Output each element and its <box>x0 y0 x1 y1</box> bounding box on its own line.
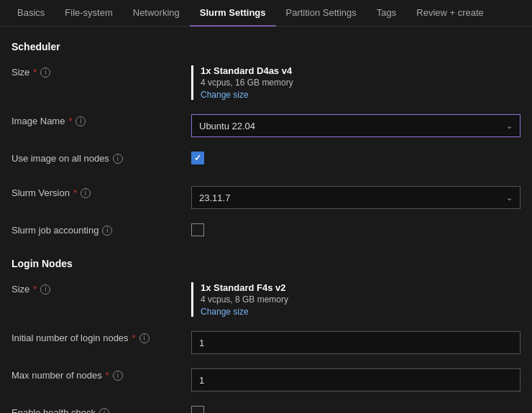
slurm-accounting-row: Slurm job accounting i <box>12 223 520 243</box>
max-nodes-label: Max number of nodes <box>12 370 102 381</box>
scheduler-change-size-link[interactable]: Change size <box>201 90 520 100</box>
image-name-dropdown-value: Ubuntu 22.04 <box>199 121 255 131</box>
scheduler-size-title: 1x Standard D4as v4 <box>201 65 520 76</box>
health-check-value-col <box>191 406 520 413</box>
login-size-block: 1x Standard F4s v2 4 vcpus, 8 GB memory … <box>191 282 520 317</box>
slurm-version-label-col: Slurm Version * i <box>12 186 191 198</box>
slurm-version-dropdown-arrow: ⌄ <box>506 193 513 203</box>
initial-nodes-row: Initial number of login nodes * i <box>12 331 520 354</box>
tab-slurm-settings[interactable]: Slurm Settings <box>190 0 276 27</box>
initial-nodes-input[interactable] <box>191 331 520 354</box>
login-size-label: Size <box>12 284 29 294</box>
scheduler-size-block: 1x Standard D4as v4 4 vcpus, 16 GB memor… <box>191 65 520 100</box>
login-change-size-link[interactable]: Change size <box>201 307 520 317</box>
max-nodes-input[interactable] <box>191 368 520 391</box>
max-nodes-info-icon[interactable]: i <box>113 371 123 381</box>
max-nodes-required: * <box>106 370 109 381</box>
slurm-version-label: Slurm Version <box>12 187 70 198</box>
slurm-accounting-checkbox[interactable] <box>191 223 204 236</box>
scheduler-size-detail: 4 vcpus, 16 GB memory <box>201 78 520 88</box>
initial-nodes-required: * <box>132 333 136 343</box>
tab-review-create[interactable]: Review + create <box>406 0 494 27</box>
scheduler-size-info-icon[interactable]: i <box>40 68 50 78</box>
slurm-accounting-info-icon[interactable]: i <box>102 226 112 236</box>
slurm-version-dropdown[interactable]: 23.11.7 ⌄ <box>191 186 520 209</box>
tab-bar: Basics File-system Networking Slurm Sett… <box>0 0 532 27</box>
login-size-detail: 4 vcpus, 8 GB memory <box>201 294 520 305</box>
image-name-dropdown-arrow: ⌄ <box>506 121 513 131</box>
slurm-version-info-icon[interactable]: i <box>81 188 91 198</box>
max-nodes-value-col <box>191 368 520 391</box>
slurm-version-required: * <box>73 187 77 198</box>
health-check-info-icon[interactable]: i <box>99 408 109 414</box>
scheduler-size-required: * <box>33 67 37 78</box>
scheduler-size-value-col: 1x Standard D4as v4 4 vcpus, 16 GB memor… <box>191 65 520 100</box>
use-image-label-col: Use image on all nodes i <box>12 152 191 164</box>
login-size-row: Size * i 1x Standard F4s v2 4 vcpus, 8 G… <box>12 282 520 317</box>
tab-filesystem[interactable]: File-system <box>55 0 122 27</box>
scheduler-size-row: Size * i 1x Standard D4as v4 4 vcpus, 16… <box>12 65 520 100</box>
slurm-version-dropdown-value: 23.11.7 <box>199 192 230 203</box>
tab-tags[interactable]: Tags <box>367 0 406 27</box>
health-check-label-col: Enable health check i <box>12 406 191 413</box>
image-name-info-icon[interactable]: i <box>75 116 86 126</box>
initial-nodes-label: Initial number of login nodes <box>12 333 129 343</box>
tab-basics[interactable]: Basics <box>7 0 55 27</box>
slurm-accounting-label: Slurm job accounting <box>12 225 98 236</box>
use-image-label: Use image on all nodes <box>12 153 109 164</box>
initial-nodes-value-col <box>191 331 520 354</box>
image-name-value-col: Ubuntu 22.04 ⌄ <box>191 114 520 137</box>
image-name-dropdown[interactable]: Ubuntu 22.04 ⌄ <box>191 114 520 137</box>
main-content: Scheduler Size * i 1x Standard D4as v4 4… <box>0 27 532 413</box>
login-size-title: 1x Standard F4s v2 <box>201 282 520 293</box>
slurm-accounting-label-col: Slurm job accounting i <box>12 223 191 236</box>
scheduler-size-label-col: Size * i <box>12 65 191 78</box>
image-name-label: Image Name <box>12 116 65 126</box>
initial-nodes-info-icon[interactable]: i <box>139 333 150 343</box>
scheduler-size-label: Size <box>12 67 29 78</box>
tab-networking[interactable]: Networking <box>123 0 190 27</box>
slurm-version-row: Slurm Version * i 23.11.7 ⌄ <box>12 186 520 209</box>
health-check-label: Enable health check <box>12 407 96 413</box>
use-image-checkbox[interactable] <box>191 152 204 164</box>
max-nodes-row: Max number of nodes * i <box>12 368 520 391</box>
image-name-row: Image Name * i Ubuntu 22.04 ⌄ <box>12 114 520 137</box>
slurm-accounting-value-col <box>191 223 520 236</box>
tab-partition-settings[interactable]: Partition Settings <box>276 0 367 27</box>
image-name-required: * <box>68 116 72 126</box>
image-name-label-col: Image Name * i <box>12 114 191 126</box>
use-image-row: Use image on all nodes i <box>12 152 520 172</box>
use-image-value-col <box>191 152 520 164</box>
health-check-checkbox[interactable] <box>191 406 204 413</box>
login-size-info-icon[interactable]: i <box>40 284 50 294</box>
scheduler-section-title: Scheduler <box>12 41 520 52</box>
login-size-label-col: Size * i <box>12 282 191 294</box>
use-image-info-icon[interactable]: i <box>113 154 123 164</box>
slurm-version-value-col: 23.11.7 ⌄ <box>191 186 520 209</box>
login-nodes-section-title: Login Nodes <box>12 258 520 269</box>
health-check-row: Enable health check i <box>12 406 520 413</box>
login-size-required: * <box>33 284 37 294</box>
initial-nodes-label-col: Initial number of login nodes * i <box>12 331 191 343</box>
max-nodes-label-col: Max number of nodes * i <box>12 368 191 381</box>
login-size-value-col: 1x Standard F4s v2 4 vcpus, 8 GB memory … <box>191 282 520 317</box>
